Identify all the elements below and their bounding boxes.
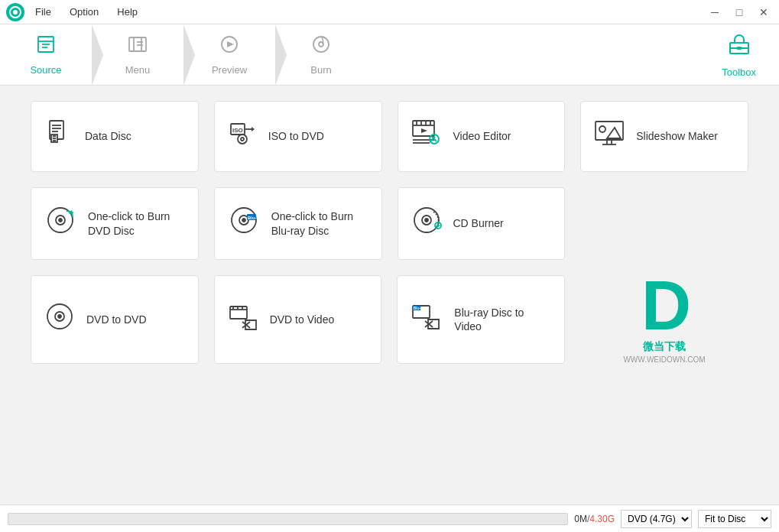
watermark-site: WWW.WEIDOWN.COM — [623, 355, 705, 364]
preview-label: Preview — [212, 64, 247, 76]
source-icon — [35, 34, 57, 60]
svg-marker-11 — [227, 41, 234, 47]
fit-to-disc-select[interactable]: Fit to Disc High Quality Standard — [698, 510, 771, 528]
nav-step-burn[interactable]: Burn — [275, 24, 367, 85]
svg-point-1 — [13, 10, 18, 15]
tools-row-1: Data Disc ISO ISO to DVD — [31, 101, 748, 172]
watermark-brand: 微当下载 — [643, 340, 686, 354]
oneclick-dvd-icon — [44, 203, 77, 244]
tools-row-3: DVD to DVD DVD to Video — [31, 275, 565, 364]
tool-cd-burner[interactable]: CD Burner — [398, 187, 566, 260]
svg-text:Blu-ray: Blu-ray — [248, 216, 261, 220]
svg-point-47 — [599, 126, 605, 132]
svg-marker-29 — [252, 127, 255, 131]
svg-point-60 — [425, 219, 428, 222]
nav-step-menu[interactable]: Menu — [92, 24, 183, 85]
iso-to-dvd-icon: ISO — [227, 118, 258, 155]
oneclick-dvd-label: One-click to Burn DVD Disc — [88, 209, 186, 237]
cd-burner-label: CD Burner — [453, 216, 504, 230]
tool-oneclick-bluray[interactable]: Blu-ray One-click to Burn Blu-ray Disc — [214, 187, 382, 260]
progress-bar — [8, 513, 568, 525]
slideshow-maker-icon — [593, 117, 625, 156]
nav-step-preview[interactable]: Preview — [183, 24, 275, 85]
dvd-to-dvd-label: DVD to DVD — [86, 313, 147, 326]
toolbox-button[interactable]: Toolbox — [699, 24, 779, 85]
tool-slideshow-maker[interactable]: Slideshow Maker — [580, 101, 748, 172]
tool-video-editor[interactable]: Video Editor — [398, 101, 566, 172]
tool-data-disc[interactable]: Data Disc — [31, 101, 199, 172]
storage-used: 0M — [574, 514, 587, 524]
svg-marker-38 — [421, 128, 427, 133]
storage-total: 4.30G — [589, 514, 615, 524]
titlebar: File Option Help ─ □ ✕ — [0, 0, 779, 24]
navbar: Source Menu Preview — [0, 24, 779, 86]
svg-point-31 — [241, 138, 244, 141]
watermark-area: D 微当下载 WWW.WEIDOWN.COM — [580, 275, 748, 364]
svg-point-66 — [58, 315, 61, 318]
video-editor-label: Video Editor — [453, 129, 511, 143]
cd-burner-icon — [411, 204, 443, 243]
data-disc-label: Data Disc — [85, 129, 131, 143]
dvd-to-video-label: DVD to Video — [270, 313, 335, 326]
oneclick-bluray-label: One-click to Burn Blu-ray Disc — [271, 209, 369, 237]
close-button[interactable]: ✕ — [755, 3, 773, 21]
app-logo — [6, 3, 24, 21]
slideshow-maker-label: Slideshow Maker — [636, 129, 718, 143]
tool-iso-to-dvd[interactable]: ISO ISO to DVD — [214, 101, 382, 172]
svg-rect-16 — [737, 47, 742, 50]
svg-text:ISO: ISO — [232, 127, 243, 134]
tools-row-2: One-click to Burn DVD Disc Blu-ray One-c… — [31, 187, 748, 260]
titlebar-buttons: ─ □ ✕ — [706, 3, 773, 21]
titlebar-left: File Option Help — [6, 3, 145, 21]
bluray-to-video-label: Blu-ray Disc to Video — [454, 306, 552, 333]
dvd-to-dvd-icon — [44, 300, 76, 339]
svg-point-51 — [59, 219, 62, 222]
tool-dvd-to-video[interactable]: DVD to Video — [214, 275, 382, 364]
nav-steps: Source Menu Preview — [0, 24, 699, 85]
svg-point-12 — [313, 37, 329, 52]
toolbox-icon — [727, 32, 751, 62]
menu-help[interactable]: Help — [109, 3, 145, 21]
main-content: Data Disc ISO ISO to DVD — [0, 86, 779, 504]
storage-info: 0M/4.30G — [574, 514, 615, 524]
nav-step-source[interactable]: Source — [0, 24, 92, 85]
watermark-letter: D — [641, 275, 687, 337]
tool-oneclick-dvd[interactable]: One-click to Burn DVD Disc — [31, 187, 199, 260]
source-label: Source — [30, 64, 61, 76]
bluray-to-video-icon: Blu-ray — [410, 300, 443, 340]
svg-marker-48 — [607, 128, 621, 138]
svg-point-55 — [242, 219, 245, 222]
tool-dvd-to-dvd[interactable]: DVD to DVD — [31, 275, 199, 364]
disc-type-select[interactable]: DVD (4.7G) DVD (8.5G) BD-25 BD-50 — [621, 510, 692, 528]
menu-icon — [127, 34, 148, 60]
bottom-bar: 0M/4.30G DVD (4.7G) DVD (8.5G) BD-25 BD-… — [0, 504, 779, 532]
tools-row-3-container: DVD to DVD DVD to Video — [31, 275, 748, 364]
video-editor-icon — [411, 117, 443, 156]
menu-option[interactable]: Option — [62, 3, 106, 21]
svg-point-30 — [238, 135, 247, 144]
toolbox-label: Toolbox — [722, 66, 756, 78]
restore-button[interactable]: □ — [730, 3, 748, 21]
preview-icon — [219, 34, 240, 60]
svg-text:Blu-ray: Blu-ray — [414, 306, 427, 310]
data-disc-icon — [44, 118, 74, 155]
minimize-button[interactable]: ─ — [706, 3, 724, 21]
svg-rect-6 — [129, 37, 141, 51]
menu-file[interactable]: File — [28, 3, 59, 21]
iso-to-dvd-label: ISO to DVD — [268, 129, 324, 143]
dvd-to-video-icon — [227, 300, 259, 339]
svg-rect-7 — [134, 37, 146, 51]
oneclick-bluray-icon: Blu-ray — [227, 203, 261, 244]
tool-bluray-to-video[interactable]: Blu-ray Blu-ray Disc to Video — [397, 275, 565, 364]
menu-step-label: Menu — [125, 64, 151, 76]
burn-label: Burn — [310, 64, 331, 76]
burn-icon — [310, 34, 332, 60]
